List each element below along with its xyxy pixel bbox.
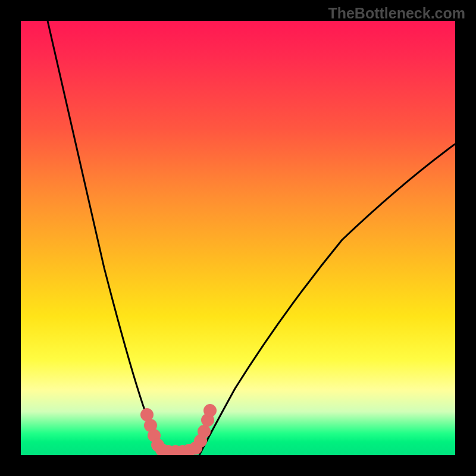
right-curve [199, 144, 455, 455]
left-curve [48, 21, 164, 455]
svg-point-13 [203, 404, 217, 417]
bottom-dot-band [140, 404, 217, 455]
chart-container: TheBottleneck.com [0, 0, 476, 476]
curve-layer [21, 21, 455, 455]
plot-area [21, 21, 455, 455]
watermark-text: TheBottleneck.com [328, 5, 465, 22]
svg-point-11 [198, 425, 211, 438]
